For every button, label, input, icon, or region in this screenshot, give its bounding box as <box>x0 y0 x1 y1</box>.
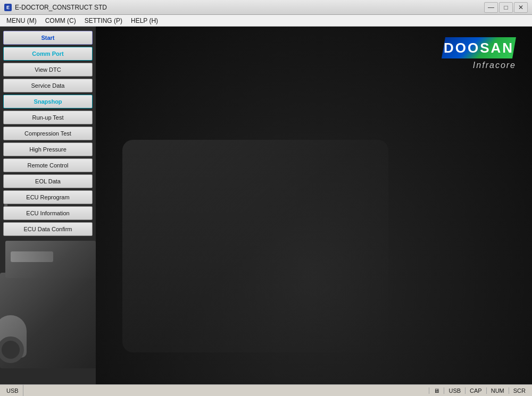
start-button[interactable]: Start <box>3 31 93 45</box>
ecu-data-confirm-button[interactable]: ECU Data Confirm <box>3 222 93 236</box>
app-icon: E <box>4 4 12 11</box>
status-scr-label: SCR <box>509 387 530 394</box>
close-button[interactable]: ✕ <box>514 2 528 13</box>
ecu-information-button[interactable]: ECU Information <box>3 206 93 220</box>
logo-infracore-text: Infracore <box>473 61 516 70</box>
runup-test-button[interactable]: Run-up Test <box>3 111 93 124</box>
title-text: E-DOCTOR_CONSTRUCT STD <box>15 4 107 11</box>
status-right-group: 🖥 USB CAP NUM SCR <box>429 387 530 394</box>
menu-help-h[interactable]: HELP (H) <box>127 16 162 26</box>
title-bar: E E-DOCTOR_CONSTRUCT STD — □ ✕ <box>0 0 532 15</box>
title-controls: — □ ✕ <box>484 2 528 13</box>
status-usb-left: USB <box>2 385 23 396</box>
title-bar-left: E E-DOCTOR_CONSTRUCT STD <box>4 4 107 11</box>
status-num-label: NUM <box>486 387 509 394</box>
menu-comm-c[interactable]: COMM (C) <box>41 16 80 26</box>
logo-badge: DOOSAN <box>442 37 516 58</box>
view-dtc-button[interactable]: View DTC <box>3 63 93 77</box>
maximize-button[interactable]: □ <box>499 2 513 13</box>
main-content: Start Comm Port View DTC Service Data Sn… <box>0 27 532 384</box>
snapshop-button[interactable]: Snapshop <box>3 95 93 108</box>
status-cap-label: CAP <box>465 387 486 394</box>
network-icon: 🖥 <box>434 387 439 394</box>
menu-setting-p[interactable]: SETTING (P) <box>80 16 127 26</box>
minimize-button[interactable]: — <box>484 2 498 13</box>
menu-menu-m[interactable]: MENU (M) <box>2 16 41 26</box>
sidebar: Start Comm Port View DTC Service Data Sn… <box>0 27 96 384</box>
logo-area: DOOSAN Infracore <box>442 37 516 70</box>
compression-test-button[interactable]: Compression Test <box>3 127 93 140</box>
status-network-icon: 🖥 <box>429 387 444 394</box>
comm-port-button[interactable]: Comm Port <box>3 47 93 61</box>
high-pressure-button[interactable]: High Pressure <box>3 142 93 156</box>
status-bar: USB 🖥 USB CAP NUM SCR <box>0 384 532 396</box>
engine-pipe-shape <box>11 251 53 262</box>
right-area: DOOSAN Infracore <box>96 27 532 384</box>
service-data-button[interactable]: Service Data <box>3 79 93 92</box>
eol-data-button[interactable]: EOL Data <box>3 174 93 188</box>
logo-doosan-text: DOOSAN <box>444 40 514 56</box>
ecu-reprogram-button[interactable]: ECU Reprogram <box>3 190 93 204</box>
remote-control-button[interactable]: Remote Control <box>3 158 93 172</box>
background-engine-shape <box>122 140 388 352</box>
menu-bar: MENU (M) COMM (C) SETTING (P) HELP (H) <box>0 15 532 27</box>
status-usb-label: USB <box>444 387 465 394</box>
engine-visual <box>0 235 96 368</box>
